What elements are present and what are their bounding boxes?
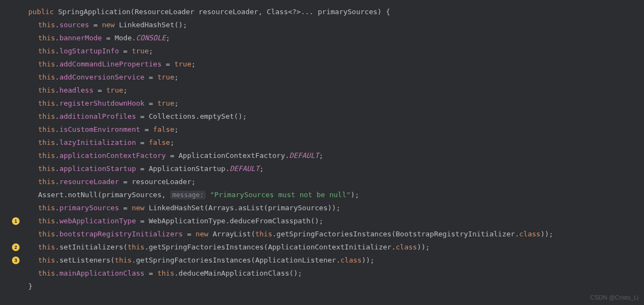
code-line: this.applicationStartup = ApplicationSta… — [0, 162, 644, 175]
code-line: this.bannerMode = Mode.CONSOLE; — [0, 32, 644, 45]
code-line: this.bootstrapRegistryInitializers = new… — [0, 228, 644, 241]
watermark: CSDN @Cristo_Li — [590, 291, 639, 304]
parameter-hint: message: — [170, 191, 206, 199]
code-line: this.primarySources = new LinkedHashSet(… — [0, 202, 644, 215]
code-line: this.logStartupInfo = true; — [0, 45, 644, 58]
code-line: this.sources = new LinkedHashSet(); — [0, 19, 644, 32]
code-line: this.registerShutdownHook = true; — [0, 97, 644, 110]
code-line: } — [0, 280, 644, 293]
code-editor[interactable]: public SpringApplication(ResourceLoader … — [0, 5, 644, 293]
code-line: 3 this.setListeners(this.getSpringFactor… — [0, 254, 644, 267]
gutter-marker[interactable]: 2 — [11, 243, 21, 251]
code-line: this.lazyInitialization = false; — [0, 136, 644, 149]
code-line: this.mainApplicationClass = this.deduceM… — [0, 267, 644, 280]
code-line: this.headless = true; — [0, 84, 644, 97]
code-line: this.addCommandLineProperties = true; — [0, 58, 644, 71]
code-line: this.isCustomEnvironment = false; — [0, 123, 644, 136]
code-line: 2 this.setInitializers(this.getSpringFac… — [0, 241, 644, 254]
code-line: this.resourceLoader = resourceLoader; — [0, 175, 644, 188]
code-line: 1 this.webApplicationType = WebApplicati… — [0, 215, 644, 228]
code-line: Assert.notNull(primarySources, message: … — [0, 188, 644, 202]
code-line: this.applicationContextFactory = Applica… — [0, 149, 644, 162]
code-line: public SpringApplication(ResourceLoader … — [0, 5, 644, 19]
code-line: this.additionalProfiles = Collections.em… — [0, 110, 644, 123]
code-line: this.addConversionService = true; — [0, 71, 644, 84]
gutter-marker[interactable]: 1 — [11, 217, 21, 225]
gutter-marker[interactable]: 3 — [11, 257, 21, 264]
